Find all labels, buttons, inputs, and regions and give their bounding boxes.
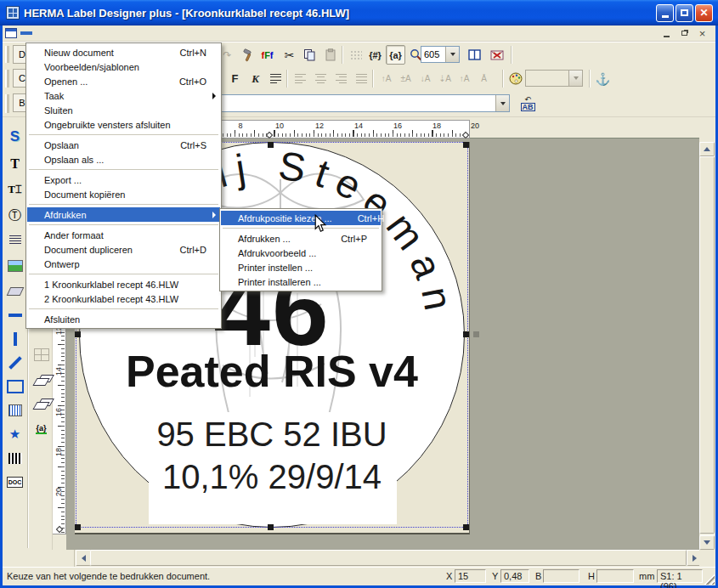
drop-text-icon[interactable]: ⇣A bbox=[435, 69, 455, 88]
menuitem-document-dupliceren[interactable]: Document dupliceren Ctrl+D bbox=[27, 242, 220, 257]
menuitem-document-kopieren[interactable]: Document kopiëren bbox=[27, 187, 220, 201]
submenuitem-printer-installeren[interactable]: Printer installeren ... bbox=[221, 274, 381, 289]
lower-text-icon[interactable]: ↓A bbox=[416, 69, 435, 88]
child-minimize-icon[interactable] bbox=[660, 28, 673, 39]
menu-beeld[interactable] bbox=[68, 31, 80, 35]
table-tool[interactable] bbox=[31, 343, 52, 365]
document-icon[interactable] bbox=[5, 28, 17, 38]
submenuitem-afdrukpositie[interactable]: Afdrukpositie kiezen ... Ctrl+H bbox=[221, 211, 381, 225]
lift-text-icon[interactable]: ↑A bbox=[455, 69, 474, 88]
selection-handle-tm[interactable] bbox=[268, 142, 274, 148]
palette-icon[interactable] bbox=[506, 69, 525, 88]
layers-front-tool[interactable] bbox=[31, 370, 52, 393]
menu-venster[interactable] bbox=[116, 31, 127, 35]
menuitem-afsluiten[interactable]: Afsluiten bbox=[27, 312, 220, 326]
style-dropdown-icon[interactable] bbox=[568, 71, 582, 86]
image-tool[interactable] bbox=[4, 255, 25, 277]
cut-icon[interactable]: ✂ bbox=[280, 45, 299, 65]
rect-tool[interactable] bbox=[4, 376, 25, 398]
selection-handle-tr[interactable] bbox=[463, 142, 469, 148]
scroll-up-icon[interactable] bbox=[699, 142, 715, 156]
menuitem-opslaan[interactable]: Opslaan Ctrl+S bbox=[27, 138, 220, 152]
select-tool[interactable]: S bbox=[4, 126, 25, 148]
selection-handle-rm-gray[interactable] bbox=[473, 331, 479, 337]
horizontal-scroll-thumb[interactable] bbox=[90, 550, 687, 566]
text-cursor-tool[interactable]: T⌶ bbox=[4, 178, 25, 201]
menuitem-afdrukken[interactable]: Afdrukken bbox=[27, 207, 220, 222]
selection-handle-bm[interactable] bbox=[268, 524, 274, 530]
hammer-tools-icon[interactable] bbox=[238, 45, 257, 65]
field-number-icon[interactable]: {#} bbox=[365, 45, 385, 65]
font-style-icon[interactable]: fFf bbox=[257, 45, 277, 65]
menuitem-recent-2[interactable]: 2 Kroonkurklabel recept 43.HLW bbox=[27, 291, 220, 306]
menu-opmaak[interactable] bbox=[92, 31, 104, 35]
selection-handle-br[interactable] bbox=[463, 524, 469, 530]
menuitem-sluiten[interactable]: Sluiten bbox=[27, 103, 220, 117]
menuitem-openen[interactable]: Openen ... Ctrl+O bbox=[27, 74, 220, 88]
resize-grip[interactable] bbox=[704, 574, 715, 585]
child-close-icon[interactable]: × bbox=[696, 28, 709, 39]
menu-help[interactable] bbox=[127, 31, 139, 35]
hline-tool[interactable] bbox=[4, 304, 25, 326]
menuitem-ander-formaat[interactable]: Ander formaat bbox=[27, 228, 220, 242]
menuitem-ongebruikte[interactable]: Ongebruikte vensters afsluiten bbox=[27, 117, 220, 132]
scroll-left-icon[interactable] bbox=[76, 550, 91, 566]
paste-icon[interactable] bbox=[320, 45, 340, 65]
barcode-tool[interactable] bbox=[4, 447, 25, 469]
copy-icon[interactable] bbox=[300, 45, 319, 65]
menuitem-taak[interactable]: Taak bbox=[27, 88, 220, 103]
close-button[interactable]: ✕ bbox=[695, 4, 713, 22]
menuitem-voorbeelden[interactable]: Voorbeelden/sjablonen bbox=[27, 59, 220, 74]
minimize-button[interactable] bbox=[656, 4, 674, 22]
child-restore-icon[interactable] bbox=[678, 28, 691, 39]
titlebar[interactable]: HERMA Label Designer plus - [Kroonkurkla… bbox=[0, 0, 718, 25]
vertical-scrollbar[interactable] bbox=[699, 142, 715, 550]
bold-icon[interactable]: F bbox=[225, 69, 245, 88]
center-text-icon[interactable]: ±A bbox=[396, 69, 416, 88]
circular-text-tool[interactable]: Ⓣ bbox=[4, 204, 25, 226]
scroll-down-icon[interactable] bbox=[699, 535, 715, 550]
diagline-tool[interactable] bbox=[4, 352, 25, 374]
anchor-icon[interactable]: ⚓ bbox=[593, 69, 613, 88]
align-left-icon[interactable] bbox=[291, 69, 310, 88]
menuitem-export[interactable]: Export ... bbox=[27, 172, 220, 187]
columns-view-icon[interactable] bbox=[465, 45, 484, 65]
submenuitem-afdrukken[interactable]: Afdrukken ... Ctrl+P bbox=[221, 231, 381, 246]
menu-bewerken[interactable] bbox=[32, 31, 44, 35]
menu-opties[interactable] bbox=[104, 31, 116, 35]
align-justify-icon[interactable] bbox=[352, 69, 371, 88]
menuitem-recent-1[interactable]: 1 Kroonkurklabel recept 46.HLW bbox=[27, 277, 220, 291]
align-right-icon[interactable] bbox=[331, 69, 351, 88]
text-tool[interactable]: T bbox=[4, 153, 25, 175]
raise-text-icon[interactable]: ↑A bbox=[376, 69, 396, 88]
paragraph-tool[interactable] bbox=[4, 229, 25, 252]
menu-bekijken[interactable] bbox=[44, 31, 56, 35]
field-import-tool[interactable]: {a} bbox=[31, 418, 52, 440]
mail-remove-icon[interactable] bbox=[487, 45, 506, 65]
menu-objecten[interactable] bbox=[56, 31, 68, 35]
vline-tool[interactable] bbox=[4, 328, 25, 350]
align-center-icon[interactable] bbox=[311, 69, 331, 88]
horizontal-scrollbar[interactable] bbox=[76, 550, 702, 566]
doc-tool[interactable]: DOC bbox=[4, 471, 25, 493]
selection-handle-rm[interactable] bbox=[463, 331, 469, 337]
vertical-scroll-thumb[interactable] bbox=[699, 156, 715, 534]
rotate-ab-icon[interactable]: ↶ AB bbox=[517, 93, 539, 114]
grid-icon[interactable] bbox=[346, 45, 365, 65]
italic-icon[interactable]: K bbox=[246, 69, 265, 88]
maximize-button[interactable] bbox=[676, 4, 693, 22]
selection-handle-lm[interactable] bbox=[75, 331, 81, 337]
submenuitem-afdrukvoorbeeld[interactable]: Afdrukvoorbeeld ... bbox=[221, 246, 381, 260]
menu-database[interactable] bbox=[80, 31, 92, 35]
menuitem-ontwerp[interactable]: Ontwerp bbox=[27, 257, 220, 271]
paragraph-icon[interactable] bbox=[266, 69, 286, 88]
pattern-tool[interactable] bbox=[4, 399, 25, 421]
star-tool[interactable]: ★ bbox=[4, 423, 25, 445]
submenuitem-printer-instellen[interactable]: Printer instellen ... bbox=[221, 260, 381, 274]
menuitem-opslaan-als[interactable]: Opslaan als ... bbox=[27, 152, 220, 167]
menuitem-nieuw-document[interactable]: Nieuw document Ctrl+N bbox=[27, 45, 220, 59]
style-combo[interactable] bbox=[525, 70, 583, 87]
selection-handle-bl[interactable] bbox=[75, 524, 81, 530]
field-text-icon[interactable]: {a} bbox=[386, 45, 405, 65]
menu-bestand[interactable] bbox=[20, 31, 32, 35]
